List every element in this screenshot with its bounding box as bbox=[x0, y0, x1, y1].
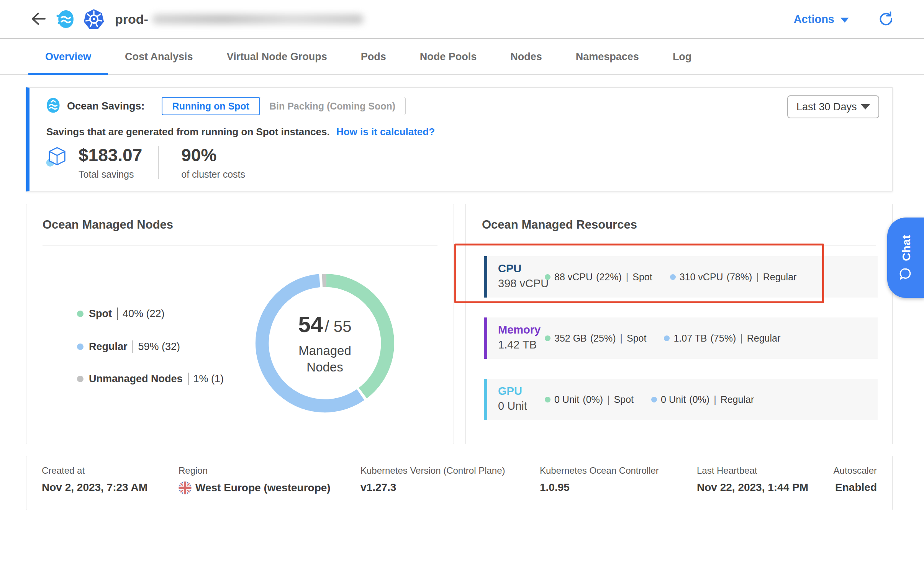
tab-nodes[interactable]: Nodes bbox=[493, 39, 559, 74]
refresh-icon bbox=[877, 11, 893, 28]
stat-divider bbox=[158, 146, 159, 179]
arrow-left-icon bbox=[30, 12, 46, 27]
ocean-managed-resources-card: Ocean Managed Resources CPU 398 vCPU 88 … bbox=[465, 204, 893, 444]
cluster-costs-value: 90% bbox=[181, 145, 245, 165]
managed-nodes-count: 54 bbox=[298, 312, 323, 337]
tab-log[interactable]: Log bbox=[656, 39, 708, 74]
regular-legend-dot bbox=[77, 344, 84, 350]
meta-k8s-version: Kubernetes Version (Control Plane) v1.27… bbox=[360, 465, 505, 494]
chat-button[interactable]: Chat bbox=[887, 218, 924, 298]
savings-description-row: Savings that are generated from running … bbox=[46, 126, 435, 138]
legend-item-regular: Regular 59% (32) bbox=[77, 339, 180, 354]
meta-last-heartbeat: Last Heartbeat Nov 22, 2023, 1:44 PM bbox=[697, 465, 808, 494]
tab-virtual-node-groups[interactable]: Virtual Node Groups bbox=[210, 39, 344, 74]
meta-region: Region West Europe (westeurope) bbox=[179, 465, 331, 494]
chevron-down-icon bbox=[861, 104, 870, 110]
spot-dot-icon bbox=[545, 397, 550, 402]
savings-stats-row: $183.07 Total savings 90% of cluster cos… bbox=[45, 145, 245, 180]
cpu-total: 398 vCPU bbox=[498, 276, 549, 291]
cpu-label: CPU bbox=[498, 261, 549, 276]
tab-node-pools[interactable]: Node Pools bbox=[403, 39, 494, 74]
actions-menu-button[interactable]: Actions bbox=[794, 13, 849, 26]
tab-pods[interactable]: Pods bbox=[344, 39, 403, 74]
back-button[interactable] bbox=[29, 10, 48, 28]
toggle-bin-packing[interactable]: Bin Packing (Coming Soon) bbox=[259, 97, 406, 115]
meta-created-at: Created at Nov 2, 2023, 7:23 AM bbox=[42, 465, 147, 494]
top-bar-actions: Actions bbox=[794, 0, 893, 38]
legend-item-unmanaged: Unmanaged Nodes 1% (1) bbox=[77, 371, 224, 386]
legend-separator bbox=[117, 308, 118, 320]
cpu-regular-metric: 310 vCPU (78%) | Regular bbox=[670, 272, 797, 283]
total-savings-stat: $183.07 Total savings bbox=[79, 145, 142, 180]
cluster-name-prefix: prod- bbox=[115, 12, 148, 27]
card-divider bbox=[482, 245, 876, 245]
total-savings-value: $183.07 bbox=[79, 145, 142, 165]
gpu-regular-metric: 0 Unit (0%) | Regular bbox=[651, 394, 754, 405]
tab-bar: Overview Cost Analysis Virtual Node Grou… bbox=[0, 39, 924, 75]
gpu-total: 0 Unit bbox=[498, 398, 527, 414]
regular-dot-icon bbox=[670, 274, 676, 280]
card-divider bbox=[43, 245, 437, 245]
page-title: prod- bbox=[115, 12, 364, 27]
ocean-logo-icon bbox=[56, 10, 75, 29]
autoscaler-status: Enabled bbox=[835, 481, 877, 494]
resource-row-memory: Memory 1.42 TB 352 GB (25%) | Spot 1.07 … bbox=[484, 317, 878, 359]
legend-separator bbox=[133, 340, 133, 353]
kubernetes-logo-icon bbox=[84, 9, 104, 29]
unmanaged-legend-dot bbox=[77, 376, 84, 382]
cluster-name-redacted bbox=[152, 14, 364, 24]
memory-regular-metric: 1.07 TB (75%) | Regular bbox=[664, 333, 780, 344]
time-range-value: Last 30 Days bbox=[796, 101, 857, 113]
savings-section-label: Ocean Savings: bbox=[67, 100, 145, 112]
chat-label: Chat bbox=[899, 235, 913, 261]
cluster-costs-label: of cluster costs bbox=[181, 169, 245, 180]
top-bar: prod- Actions bbox=[0, 0, 924, 39]
savings-view-toggle: Running on Spot Bin Packing (Coming Soon… bbox=[162, 97, 406, 115]
memory-label: Memory bbox=[498, 322, 541, 337]
resource-row-gpu: GPU 0 Unit 0 Unit (0%) | Spot 0 Unit (0%… bbox=[484, 379, 878, 420]
toggle-running-on-spot[interactable]: Running on Spot bbox=[162, 97, 260, 115]
chat-bubble-icon bbox=[899, 267, 914, 281]
tab-overview[interactable]: Overview bbox=[28, 39, 108, 74]
spot-legend-dot bbox=[77, 311, 84, 317]
gpu-label: GPU bbox=[498, 384, 527, 398]
meta-ocean-controller: Kubernetes Ocean Controller 1.0.95 bbox=[540, 465, 659, 494]
total-savings-label: Total savings bbox=[79, 169, 142, 180]
donut-center-text: 54 / 55 Managed Nodes bbox=[255, 273, 395, 413]
tab-cost-analysis[interactable]: Cost Analysis bbox=[108, 39, 210, 74]
memory-total: 1.42 TB bbox=[498, 337, 541, 352]
managed-nodes-donut-chart: 54 / 55 Managed Nodes bbox=[255, 273, 395, 413]
gpu-spot-metric: 0 Unit (0%) | Spot bbox=[545, 394, 634, 405]
tab-namespaces[interactable]: Namespaces bbox=[559, 39, 656, 74]
managed-nodes-total: / 55 bbox=[324, 317, 351, 335]
regular-dot-icon bbox=[664, 335, 670, 341]
resource-row-cpu: CPU 398 vCPU 88 vCPU (22%) | Spot 310 vC… bbox=[484, 256, 878, 298]
managed-nodes-center-label: Managed Nodes bbox=[285, 342, 365, 375]
actions-label: Actions bbox=[794, 13, 834, 26]
managed-nodes-title: Ocean Managed Nodes bbox=[43, 218, 173, 232]
regular-dot-icon bbox=[651, 397, 657, 402]
chevron-down-icon bbox=[840, 18, 849, 23]
memory-spot-metric: 352 GB (25%) | Spot bbox=[545, 333, 646, 344]
ocean-managed-nodes-card: Ocean Managed Nodes Spot 40% (22) Regula… bbox=[26, 204, 454, 444]
ocean-savings-banner: Ocean Savings: Running on Spot Bin Packi… bbox=[26, 87, 893, 191]
refresh-button[interactable] bbox=[877, 11, 893, 28]
ocean-cluster-overview-page: prod- Actions Overview Cost Analysis Vir… bbox=[0, 0, 924, 566]
spot-dot-icon bbox=[545, 274, 550, 280]
ocean-savings-icon bbox=[45, 97, 61, 115]
uk-flag-icon bbox=[179, 481, 192, 494]
cluster-meta-footer: Created at Nov 2, 2023, 7:23 AM Region bbox=[26, 456, 893, 510]
savings-cube-icon bbox=[45, 145, 69, 171]
cpu-spot-metric: 88 vCPU (22%) | Spot bbox=[545, 272, 652, 283]
legend-separator bbox=[188, 373, 188, 385]
savings-header-row: Ocean Savings: Running on Spot Bin Packi… bbox=[45, 97, 406, 115]
meta-autoscaler: Autoscaler Enabled bbox=[834, 465, 877, 494]
managed-resources-title: Ocean Managed Resources bbox=[482, 218, 637, 232]
spot-dot-icon bbox=[545, 335, 550, 341]
time-range-dropdown[interactable]: Last 30 Days bbox=[787, 95, 879, 118]
how-calculated-link[interactable]: How is it calculated? bbox=[336, 126, 435, 137]
cluster-costs-stat: 90% of cluster costs bbox=[181, 145, 245, 180]
legend-item-spot: Spot 40% (22) bbox=[77, 306, 165, 321]
savings-description: Savings that are generated from running … bbox=[46, 126, 330, 137]
